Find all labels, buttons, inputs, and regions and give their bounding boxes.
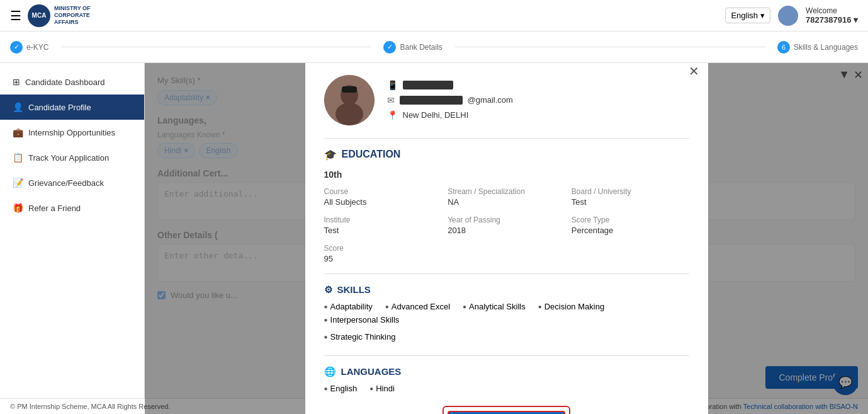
sidebar-item-label: Grievance/Feedback bbox=[28, 178, 104, 188]
modal-footer: ⬇ Download Resume bbox=[324, 406, 689, 415]
skill-strategic: ● Strategic Thinking bbox=[324, 332, 396, 342]
course-value: All Subjects bbox=[324, 197, 442, 207]
sidebar-item-label: Internship Opportunities bbox=[28, 128, 115, 137]
divider-3 bbox=[324, 355, 689, 356]
sidebar-item-track[interactable]: 📋 Track Your Application bbox=[0, 145, 144, 170]
skills-title-text: SKILLS bbox=[337, 284, 371, 295]
skill-analytical: ● Analytical Skills bbox=[463, 302, 526, 311]
phone-redacted bbox=[403, 81, 453, 89]
email-suffix: @gmail.com bbox=[468, 95, 513, 105]
profile-contact-info: 📱 ✉ @gmail.com 📍 New Delhi, DELHI bbox=[387, 80, 513, 120]
grievance-icon: 📝 bbox=[13, 178, 23, 188]
institute-label: Institute bbox=[324, 216, 442, 224]
sidebar-item-label: Track Your Application bbox=[28, 153, 109, 163]
step-check-icon: ✓ bbox=[10, 41, 23, 54]
refer-icon: 🎁 bbox=[13, 203, 23, 213]
step-divider-1 bbox=[61, 47, 371, 47]
year-value: 2018 bbox=[448, 226, 565, 235]
language-label: English bbox=[731, 11, 758, 20]
skills-list-row2: ● Strategic Thinking bbox=[324, 332, 689, 345]
sidebar-item-label: Candidate Profile bbox=[28, 103, 91, 112]
step-skills-label: Skills & Languages bbox=[794, 43, 858, 52]
logo-box: MCA MINISTRY OF CORPORATE AFFAIRS bbox=[28, 4, 104, 27]
sidebar-item-internship[interactable]: 💼 Internship Opportunities bbox=[0, 120, 144, 145]
skill-label: Interpersonal Skills bbox=[330, 315, 400, 325]
language-selector[interactable]: English ▾ bbox=[725, 8, 770, 23]
skill-decision: ● Decision Making bbox=[538, 302, 604, 311]
education-title-text: EDUCATION bbox=[342, 149, 401, 160]
edu-stream: Stream / Specialization NA bbox=[448, 187, 565, 207]
skill-label: Analytical Skills bbox=[469, 302, 526, 311]
skill-adaptability: ● Adaptability bbox=[324, 302, 373, 311]
modal-overlay: ✕ 📱 bbox=[145, 63, 868, 414]
user-number: 7827387916 ▾ bbox=[806, 15, 858, 25]
education-section-title: 🎓 EDUCATION bbox=[324, 149, 689, 161]
profile-header: 📱 ✉ @gmail.com 📍 New Delhi, DELHI bbox=[324, 75, 689, 125]
email-icon: ✉ bbox=[387, 95, 395, 105]
lang-label: English bbox=[330, 384, 358, 393]
languages-title-text: LANGUAGES bbox=[341, 366, 402, 377]
bullet-icon: ● bbox=[324, 316, 328, 323]
skill-label: Adaptability bbox=[330, 302, 373, 311]
bullet-icon: ● bbox=[324, 333, 328, 340]
avatar bbox=[778, 6, 798, 26]
score-type-label: Score Type bbox=[572, 216, 689, 224]
lang-hindi: ● Hindi bbox=[369, 384, 395, 393]
edu-year: Year of Passing 2018 bbox=[448, 216, 565, 235]
step-num-icon: 6 bbox=[777, 41, 790, 54]
skills-list: ● Adaptability ● Advanced Excel ● Analyt… bbox=[324, 302, 689, 328]
phone-row: 📱 bbox=[387, 80, 513, 90]
divider-2 bbox=[324, 273, 689, 274]
edu-course: Course All Subjects bbox=[324, 187, 442, 207]
graduation-icon: 🎓 bbox=[324, 149, 337, 161]
modal-close-icon[interactable]: ✕ bbox=[689, 64, 699, 79]
skills-section-title: ⚙ SKILLS bbox=[324, 284, 689, 296]
skills-icon: ⚙ bbox=[324, 284, 332, 296]
main-layout: ⊞ Candidate Dashboard 👤 Candidate Profil… bbox=[0, 63, 868, 414]
sidebar: ⊞ Candidate Dashboard 👤 Candidate Profil… bbox=[0, 63, 145, 414]
bullet-icon: ● bbox=[369, 385, 373, 392]
welcome-label: Welcome bbox=[806, 6, 858, 15]
score-type-value: Percentage bbox=[572, 226, 689, 235]
education-level: 10th bbox=[324, 170, 689, 180]
location-row: 📍 New Delhi, DELHI bbox=[387, 110, 513, 120]
bullet-icon: ● bbox=[385, 303, 389, 310]
score-label: Score bbox=[324, 244, 442, 253]
sidebar-item-profile[interactable]: 👤 Candidate Profile bbox=[0, 95, 144, 120]
location-icon: 📍 bbox=[387, 110, 398, 120]
phone-icon: 📱 bbox=[387, 80, 398, 90]
svg-point-2 bbox=[335, 103, 363, 125]
content-area: My Skill(s) * Adaptability × Languages, … bbox=[145, 63, 868, 414]
divider-1 bbox=[324, 138, 689, 139]
header: ☰ MCA MINISTRY OF CORPORATE AFFAIRS Engl… bbox=[0, 0, 868, 32]
step-ekyc: ✓ e-KYC bbox=[10, 41, 48, 54]
download-resume-button[interactable]: ⬇ Download Resume bbox=[448, 411, 565, 415]
lang-label: Hindi bbox=[376, 384, 395, 393]
internship-icon: 💼 bbox=[13, 127, 23, 137]
skill-excel: ● Advanced Excel bbox=[385, 302, 450, 311]
welcome-block: Welcome 7827387916 ▾ bbox=[806, 6, 858, 25]
lang-arrow-icon: ▾ bbox=[760, 11, 765, 20]
sidebar-item-label: Candidate Dashboard bbox=[25, 78, 104, 87]
dashboard-icon: ⊞ bbox=[13, 77, 20, 87]
avatar bbox=[324, 75, 375, 125]
email-redacted bbox=[400, 96, 463, 105]
skill-interpersonal: ● Interpersonal Skills bbox=[324, 315, 400, 325]
skill-label: Advanced Excel bbox=[392, 302, 450, 311]
step-skills: 6 Skills & Languages bbox=[777, 41, 858, 54]
edu-score-type: Score Type Percentage bbox=[572, 216, 689, 235]
year-label: Year of Passing bbox=[448, 216, 565, 224]
location-text: New Delhi, DELHI bbox=[403, 110, 469, 120]
bullet-icon: ● bbox=[324, 385, 328, 392]
hamburger-icon[interactable]: ☰ bbox=[10, 8, 21, 23]
header-left: ☰ MCA MINISTRY OF CORPORATE AFFAIRS bbox=[10, 4, 104, 27]
profile-icon: 👤 bbox=[13, 102, 23, 112]
email-row: ✉ @gmail.com bbox=[387, 95, 513, 105]
sidebar-item-dashboard[interactable]: ⊞ Candidate Dashboard bbox=[0, 69, 144, 95]
sidebar-item-refer[interactable]: 🎁 Refer a Friend bbox=[0, 195, 144, 221]
languages-icon: 🌐 bbox=[324, 366, 336, 377]
header-right: English ▾ Welcome 7827387916 ▾ bbox=[725, 6, 858, 26]
step-bank-label: Bank Details bbox=[400, 43, 442, 52]
sidebar-item-grievance[interactable]: 📝 Grievance/Feedback bbox=[0, 170, 144, 195]
board-label: Board / University bbox=[572, 187, 689, 196]
